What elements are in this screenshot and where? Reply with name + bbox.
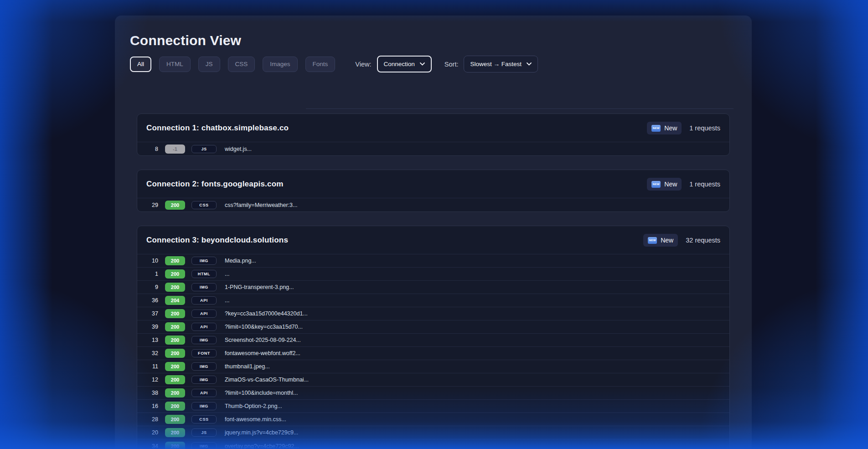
request-row[interactable]: 36 204 API ... <box>137 294 729 307</box>
filter-chip-images[interactable]: Images <box>263 57 297 72</box>
request-index: 28 <box>146 416 158 423</box>
new-badge: NEW New <box>647 122 682 134</box>
status-badge: 200 <box>165 349 185 358</box>
connection-card-header: Connection 3: beyondcloud.solutions NEW … <box>137 226 729 254</box>
type-badge: JS <box>191 428 217 437</box>
request-url: ... <box>225 271 229 277</box>
type-badge: API <box>191 296 217 304</box>
request-row[interactable]: 39 200 API ?limit=100&key=cc3aa15d70... <box>137 320 729 334</box>
view-select[interactable]: Connection <box>377 56 432 72</box>
status-badge: 200 <box>165 415 185 424</box>
filter-chip-all[interactable]: All <box>130 57 151 72</box>
request-url: ZimaOS-vs-CasaOS-Thumbnai... <box>225 377 309 383</box>
request-index: 10 <box>146 258 158 264</box>
status-badge: 200 <box>165 362 185 371</box>
request-index: 34 <box>146 443 158 449</box>
type-badge: API <box>191 323 217 331</box>
view-control: View: Connection <box>355 56 432 72</box>
new-icon: NEW <box>651 181 661 188</box>
status-badge: 200 <box>165 375 185 384</box>
request-index: 16 <box>146 403 158 409</box>
toolbar: AllHTMLJSCSSImagesFonts View: Connection… <box>130 56 737 72</box>
status-badge: 204 <box>165 296 185 305</box>
request-url: Media.png... <box>225 258 256 264</box>
new-icon: NEW <box>651 125 661 132</box>
type-badge: IMG <box>191 362 217 371</box>
request-row[interactable]: 29 200 CSS css?family=Merriweather:3... <box>137 198 729 212</box>
connection-card: Connection 2: fonts.googleapis.com NEW N… <box>137 170 730 212</box>
connection-view-panel: Connection View AllHTMLJSCSSImagesFonts … <box>115 15 752 449</box>
request-index: 13 <box>146 337 158 343</box>
connection-title: Connection 2: fonts.googleapis.com <box>146 180 284 189</box>
connection-card-meta: NEW New 1 requests <box>647 122 720 134</box>
new-badge-label: New <box>664 181 677 188</box>
connection-card-meta: NEW New 1 requests <box>647 178 720 191</box>
status-badge: -1 <box>165 145 185 154</box>
request-url: ?limit=100&key=cc3aa15d70... <box>225 324 303 330</box>
type-badge: IMG <box>191 376 217 384</box>
type-badge: JS <box>191 145 217 153</box>
status-badge: 200 <box>165 322 185 331</box>
request-url: thumbnail1.jpeg... <box>225 363 270 370</box>
request-url: ?key=cc3aa15d7000e44320d1... <box>225 310 308 317</box>
filter-chip-fonts[interactable]: Fonts <box>305 57 336 72</box>
request-url: ?limit=100&include=monthl... <box>225 390 298 396</box>
request-url: jquery.min.js?v=4cbe729c9... <box>225 429 298 436</box>
status-badge: 200 <box>165 269 185 279</box>
status-badge: 200 <box>165 309 185 318</box>
status-badge: 200 <box>165 283 185 292</box>
status-badge: 200 <box>165 402 185 411</box>
request-row[interactable]: 38 200 API ?limit=100&include=monthl... <box>137 387 729 400</box>
new-badge-label: New <box>661 237 673 244</box>
filter-chip-css[interactable]: CSS <box>228 57 255 72</box>
request-row[interactable]: 34 200 IMG overlay.png?v=4cbe729c92... <box>137 439 729 449</box>
page-title: Connection View <box>130 33 737 48</box>
request-index: 9 <box>146 284 158 290</box>
request-row[interactable]: 12 200 IMG ZimaOS-vs-CasaOS-Thumbnai... <box>137 373 729 387</box>
request-count: 1 requests <box>689 181 720 188</box>
app-root: Connection View AllHTMLJSCSSImagesFonts … <box>0 0 868 449</box>
connection-title: Connection 1: chatbox.simplebase.co <box>146 124 289 133</box>
request-index: 11 <box>146 363 158 370</box>
request-row[interactable]: 37 200 API ?key=cc3aa15d7000e44320d1... <box>137 307 729 320</box>
request-row[interactable]: 9 200 IMG 1-PNG-transperent-3.png... <box>137 281 729 294</box>
type-badge: FONT <box>191 349 217 357</box>
request-rows: 8 -1 JS widget.js... <box>137 142 729 155</box>
request-count: 1 requests <box>689 124 720 132</box>
request-url: 1-PNG-transperent-3.png... <box>225 284 294 290</box>
type-badge: IMG <box>191 336 217 344</box>
connection-card: Connection 1: chatbox.simplebase.co NEW … <box>137 114 730 156</box>
request-index: 8 <box>146 146 158 152</box>
request-row[interactable]: 13 200 IMG Screenshot-2025-08-09-224... <box>137 334 729 347</box>
status-badge: 200 <box>165 442 185 449</box>
status-badge: 200 <box>165 201 185 210</box>
view-label: View: <box>355 61 371 68</box>
request-url: fontawesome-webfont.woff2... <box>225 350 300 356</box>
type-badge: API <box>191 310 217 318</box>
chevron-down-icon <box>527 62 532 66</box>
request-row[interactable]: 1 200 HTML ... <box>137 268 729 281</box>
request-row[interactable]: 8 -1 JS widget.js... <box>137 142 729 155</box>
request-row[interactable]: 16 200 IMG Thumb-Option-2.png... <box>137 400 729 413</box>
request-row[interactable]: 28 200 CSS font-awesome.min.css... <box>137 413 729 426</box>
connection-card: Connection 3: beyondcloud.solutions NEW … <box>137 226 730 449</box>
filter-chip-js[interactable]: JS <box>198 57 220 72</box>
new-badge-label: New <box>664 124 677 132</box>
request-index: 20 <box>146 429 158 436</box>
request-index: 1 <box>146 271 158 277</box>
request-row[interactable]: 11 200 IMG thumbnail1.jpeg... <box>137 360 729 373</box>
request-row[interactable]: 32 200 FONT fontawesome-webfont.woff2... <box>137 347 729 360</box>
request-index: 39 <box>146 324 158 330</box>
type-badge: IMG <box>191 402 217 410</box>
status-badge: 200 <box>165 428 185 437</box>
request-row[interactable]: 10 200 IMG Media.png... <box>137 254 729 268</box>
type-badge: CSS <box>191 201 217 209</box>
request-rows: 10 200 IMG Media.png... 1 200 HTML ... 9… <box>137 254 729 449</box>
filter-chip-html[interactable]: HTML <box>159 57 191 72</box>
request-row[interactable]: 20 200 JS jquery.min.js?v=4cbe729c9... <box>137 426 729 439</box>
type-badge: API <box>191 389 217 397</box>
request-url: Thumb-Option-2.png... <box>225 403 282 409</box>
status-badge: 200 <box>165 388 185 397</box>
connection-title: Connection 3: beyondcloud.solutions <box>146 236 288 245</box>
sort-select[interactable]: Slowest → Fastest <box>464 56 538 72</box>
